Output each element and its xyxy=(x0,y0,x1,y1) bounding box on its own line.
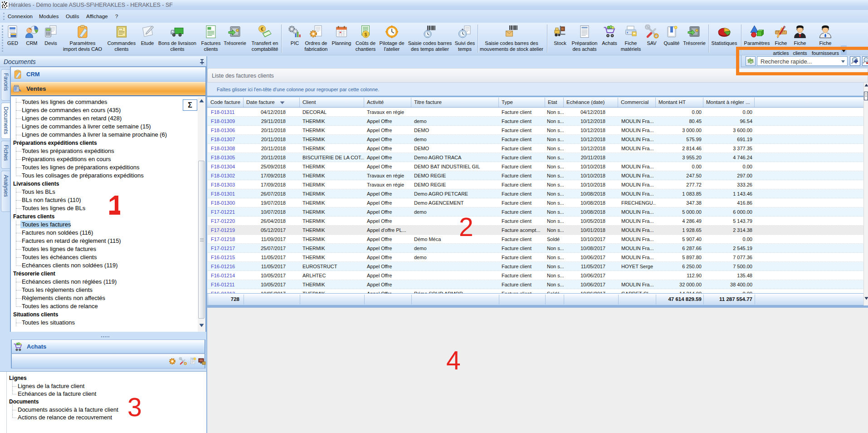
svg-text:$: $ xyxy=(364,32,367,37)
svg-text:€: € xyxy=(261,26,263,32)
